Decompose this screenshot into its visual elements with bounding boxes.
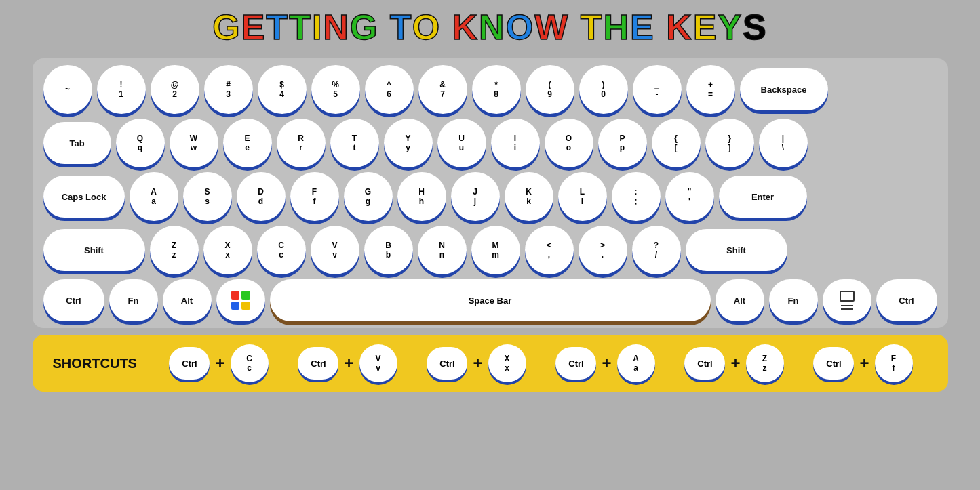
key-lbracket[interactable]: {[ <box>652 119 701 167</box>
shortcut-copy: Ctrl + Cc <box>155 344 283 382</box>
key-i[interactable]: Ii <box>491 119 540 167</box>
key-j[interactable]: Jj <box>451 172 500 221</box>
key-e[interactable]: Ee <box>223 119 272 167</box>
keyboard: ~ !1 @2 #3 $4 %5 ^6 &7 *8 (9 )0 _- += Ba… <box>33 58 948 328</box>
key-8[interactable]: *8 <box>472 65 521 114</box>
key-shift-right[interactable]: Shift <box>686 229 787 271</box>
key-v[interactable]: Vv <box>311 226 359 274</box>
key-u[interactable]: Uu <box>437 119 486 167</box>
key-h[interactable]: Hh <box>397 172 446 221</box>
page-title: GETTING TO KNOW THE KEYS <box>212 7 768 47</box>
sc-plus-5: + <box>730 354 740 373</box>
keyboard-row-1: ~ !1 @2 #3 $4 %5 ^6 &7 *8 (9 )0 _- += Ba… <box>43 65 937 114</box>
key-ctrl-right[interactable]: Ctrl <box>876 279 937 321</box>
key-slash[interactable]: ?/ <box>632 226 681 274</box>
key-5[interactable]: %5 <box>311 65 360 114</box>
sc-ctrl-4[interactable]: Ctrl <box>555 347 596 380</box>
key-fn-right[interactable]: Fn <box>769 279 818 321</box>
key-alt-left[interactable]: Alt <box>163 279 212 321</box>
key-c[interactable]: Cc <box>257 226 306 274</box>
shortcut-undo: Ctrl + Zz <box>670 344 799 382</box>
key-semicolon[interactable]: :; <box>612 172 661 221</box>
shortcuts-section: SHORTCUTS Ctrl + Cc Ctrl + Vv Ctrl + Xx … <box>33 335 948 392</box>
key-g[interactable]: Gg <box>344 172 393 221</box>
sc-ctrl-3[interactable]: Ctrl <box>427 347 467 380</box>
shortcut-find: Ctrl + Ff <box>799 344 928 382</box>
keyboard-row-3: Caps Lock Aa Ss Dd Ff Gg Hh Jj Kk Ll :; … <box>43 172 937 221</box>
shortcut-cut: Ctrl + Xx <box>412 344 541 382</box>
key-comma[interactable]: <, <box>525 226 574 274</box>
key-alt-right[interactable]: Alt <box>716 279 764 321</box>
key-equals[interactable]: += <box>686 65 735 114</box>
key-windows[interactable] <box>216 279 265 321</box>
key-tab[interactable]: Tab <box>43 122 111 164</box>
key-ctrl-left[interactable]: Ctrl <box>43 279 104 321</box>
key-z[interactable]: Zz <box>150 226 199 274</box>
key-menu[interactable] <box>823 279 871 321</box>
sc-ctrl-2[interactable]: Ctrl <box>298 347 338 380</box>
key-0[interactable]: )0 <box>579 65 628 114</box>
sc-key-f[interactable]: Ff <box>875 344 913 382</box>
key-period[interactable]: >. <box>579 226 627 274</box>
sc-ctrl-1[interactable]: Ctrl <box>169 347 210 380</box>
shortcuts-label: SHORTCUTS <box>53 356 141 371</box>
key-x[interactable]: Xx <box>203 226 252 274</box>
keyboard-row-4: Shift Zz Xx Cc Vv Bb Nn Mm <, >. ?/ Shif… <box>43 226 937 274</box>
key-2[interactable]: @2 <box>151 65 199 114</box>
sc-ctrl-6[interactable]: Ctrl <box>813 347 854 380</box>
key-quote[interactable]: "' <box>665 172 714 221</box>
key-6[interactable]: ^6 <box>365 65 414 114</box>
key-p[interactable]: Pp <box>598 119 647 167</box>
shortcut-paste: Ctrl + Vv <box>283 344 412 382</box>
sc-key-z[interactable]: Zz <box>746 344 784 382</box>
key-m[interactable]: Mm <box>471 226 520 274</box>
sc-plus-6: + <box>859 354 869 373</box>
key-capslock[interactable]: Caps Lock <box>43 176 125 218</box>
key-w[interactable]: Ww <box>170 119 218 167</box>
key-y[interactable]: Yy <box>384 119 433 167</box>
key-enter[interactable]: Enter <box>719 176 807 218</box>
sc-plus-3: + <box>473 354 482 373</box>
sc-ctrl-5[interactable]: Ctrl <box>684 347 725 380</box>
page: GETTING TO KNOW THE KEYS ~ !1 @2 #3 $4 %… <box>0 0 980 490</box>
key-shift-left[interactable]: Shift <box>43 229 145 271</box>
key-9[interactable]: (9 <box>526 65 574 114</box>
key-fn-left[interactable]: Fn <box>109 279 158 321</box>
key-tilde[interactable]: ~ <box>43 65 92 114</box>
sc-key-c[interactable]: Cc <box>231 344 269 382</box>
key-q[interactable]: Qq <box>116 119 165 167</box>
key-r[interactable]: Rr <box>277 119 326 167</box>
key-4[interactable]: $4 <box>258 65 307 114</box>
keyboard-row-5: Ctrl Fn Alt Space Bar Alt Fn Ctrl <box>43 279 937 321</box>
key-7[interactable]: &7 <box>418 65 467 114</box>
key-3[interactable]: #3 <box>204 65 253 114</box>
key-k[interactable]: Kk <box>505 172 553 221</box>
key-n[interactable]: Nn <box>418 226 467 274</box>
key-d[interactable]: Dd <box>237 172 286 221</box>
key-a[interactable]: Aa <box>130 172 178 221</box>
sc-plus-2: + <box>344 354 353 373</box>
key-backslash[interactable]: |\ <box>759 119 808 167</box>
key-minus[interactable]: _- <box>633 65 682 114</box>
key-1[interactable]: !1 <box>97 65 146 114</box>
sc-plus-1: + <box>215 354 224 373</box>
sc-key-v[interactable]: Vv <box>359 344 397 382</box>
sc-key-x[interactable]: Xx <box>488 344 526 382</box>
key-l[interactable]: Ll <box>558 172 607 221</box>
key-o[interactable]: Oo <box>545 119 593 167</box>
sc-plus-4: + <box>602 354 611 373</box>
key-t[interactable]: Tt <box>330 119 379 167</box>
key-f[interactable]: Ff <box>290 172 339 221</box>
key-b[interactable]: Bb <box>364 226 413 274</box>
keyboard-row-2: Tab Qq Ww Ee Rr Tt Yy Uu Ii Oo Pp {[ }] … <box>43 119 937 167</box>
key-spacebar[interactable]: Space Bar <box>270 279 711 321</box>
key-rbracket[interactable]: }] <box>705 119 754 167</box>
shortcut-selectall: Ctrl + Aa <box>541 344 670 382</box>
key-s[interactable]: Ss <box>183 172 232 221</box>
sc-key-a[interactable]: Aa <box>617 344 655 382</box>
key-backspace[interactable]: Backspace <box>740 68 828 110</box>
